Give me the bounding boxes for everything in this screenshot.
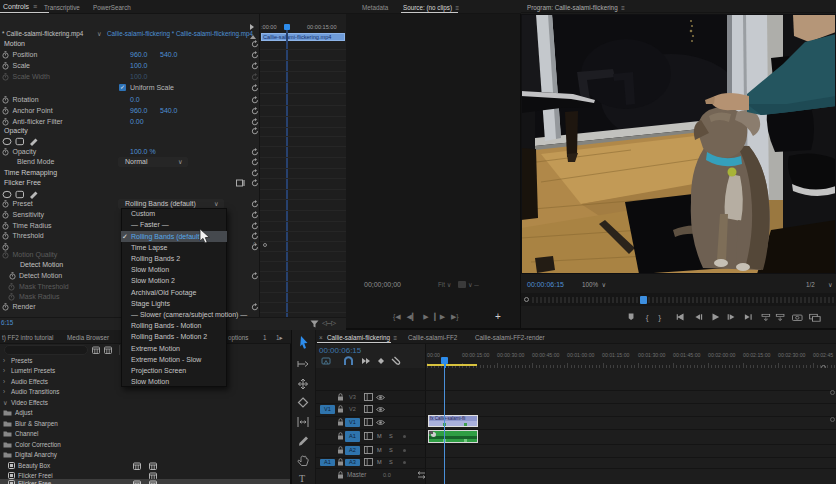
svg-text:{: { [646, 313, 649, 321]
svg-text:T: T [299, 473, 305, 484]
svg-text:}: } [658, 313, 661, 321]
